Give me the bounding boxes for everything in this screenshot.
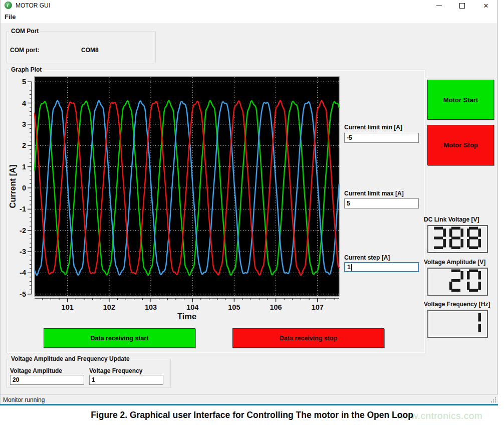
resize-grip[interactable] (490, 396, 496, 403)
voltage-update-group: Voltage Amplitude and Frequency Update V… (7, 359, 171, 388)
com-port-group: COM Port COM port: COM8 (7, 31, 156, 63)
current-limit-min-input[interactable] (344, 133, 419, 143)
svg-text:5: 5 (22, 78, 26, 86)
current-limit-max-label: Current limit max [A] (344, 190, 404, 197)
minimize-icon (436, 6, 442, 6)
title-bar: MOTOR GUI ✕ (1, 0, 497, 11)
voltage-update-group-title: Voltage Amplitude and Frequency Update (9, 355, 132, 362)
current-step-label: Current step [A] (344, 254, 390, 261)
menu-bar: File (1, 11, 497, 23)
svg-text:2: 2 (22, 141, 26, 149)
current-step-value: 1 (347, 264, 351, 271)
graph-plot-group-title: Graph Plot (9, 66, 44, 73)
voltage-frequency-display-label: Voltage Frequency [Hz] (424, 301, 490, 308)
close-icon: ✕ (483, 2, 489, 10)
close-button[interactable]: ✕ (477, 0, 494, 11)
status-bar: Monitor running (1, 394, 498, 404)
svg-text:Time: Time (177, 312, 196, 321)
voltage-amplitude-digits (428, 269, 485, 293)
data-receiving-start-button[interactable]: Data receiving start (44, 328, 195, 348)
voltage-amplitude-input[interactable] (10, 375, 84, 385)
window-title: MOTOR GUI (16, 2, 50, 9)
motor-stop-button[interactable]: Motor Stop (427, 125, 494, 165)
com-port-label: COM port: (10, 47, 40, 54)
svg-text:-4: -4 (20, 269, 26, 277)
svg-text:0: 0 (22, 184, 26, 192)
current-limit-max-input[interactable] (344, 198, 419, 208)
svg-text:4: 4 (22, 99, 26, 107)
svg-text:-1: -1 (20, 205, 26, 213)
current-limit-min-label: Current limit min [A] (344, 124, 402, 131)
maximize-button[interactable] (453, 0, 470, 11)
voltage-frequency-label: Voltage Frequency (89, 367, 142, 374)
current-waveform-chart: -5-4-3-2-1012345101102103104105106107Tim… (8, 73, 344, 324)
svg-text:Current [A]: Current [A] (8, 164, 17, 208)
data-receiving-stop-button[interactable]: Data receiving stop (232, 328, 384, 348)
current-step-input[interactable]: 1 (344, 262, 419, 272)
svg-text:1: 1 (22, 163, 26, 171)
menu-file[interactable]: File (5, 13, 16, 21)
svg-text:102: 102 (103, 303, 115, 311)
dc-link-voltage-display (427, 225, 488, 253)
figure-caption: Figure 2. Graphical user Interface for C… (0, 410, 504, 420)
dc-link-voltage-digits (428, 226, 485, 250)
svg-text:-5: -5 (20, 290, 26, 298)
dc-link-voltage-label: DC Link Voltage [V] (424, 216, 479, 223)
com-port-value: COM8 (81, 47, 99, 54)
svg-text:-3: -3 (20, 248, 26, 256)
caption-band: www.cntronics.com Figure 2. Graphical us… (0, 405, 504, 425)
motor-start-button[interactable]: Motor Start (427, 80, 494, 120)
maximize-icon (459, 3, 465, 9)
minimize-button[interactable] (430, 0, 447, 11)
com-port-group-title: COM Port (9, 28, 41, 35)
app-window: MOTOR GUI ✕ File COM Port COM port: COM8… (0, 0, 497, 404)
voltage-frequency-digits (428, 311, 485, 335)
text-cursor (351, 264, 352, 271)
app-icon (5, 2, 12, 9)
svg-text:105: 105 (228, 303, 240, 311)
svg-text:103: 103 (145, 303, 157, 311)
voltage-amplitude-display-label: Voltage Amplitude [V] (424, 259, 485, 266)
svg-text:106: 106 (270, 303, 282, 311)
svg-text:107: 107 (312, 303, 324, 311)
screenshot-root: MOTOR GUI ✕ File COM Port COM port: COM8… (0, 0, 504, 425)
svg-text:101: 101 (62, 303, 74, 311)
svg-text:3: 3 (22, 120, 26, 128)
svg-text:-2: -2 (20, 227, 26, 235)
voltage-amplitude-label: Voltage Amplitude (10, 367, 62, 374)
svg-text:104: 104 (186, 303, 198, 311)
voltage-frequency-input[interactable] (89, 375, 163, 385)
voltage-amplitude-display (427, 268, 488, 296)
voltage-frequency-display (427, 310, 488, 338)
status-text: Monitor running (3, 396, 45, 403)
